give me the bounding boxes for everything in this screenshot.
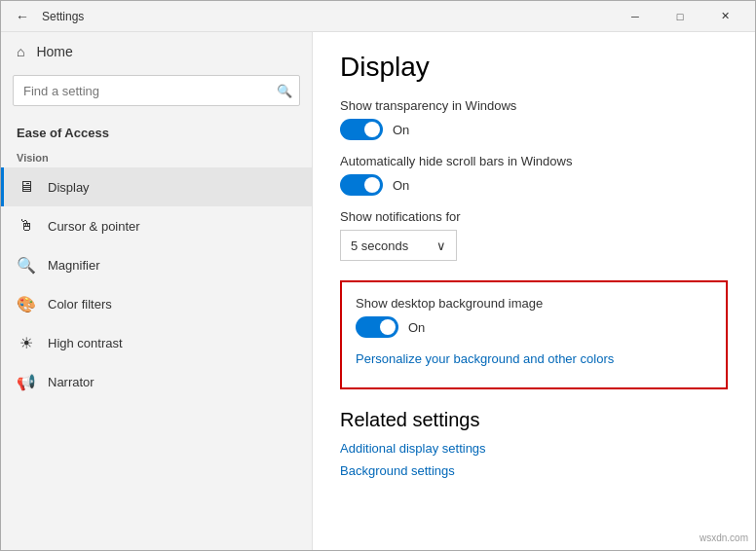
- sidebar-item-color-filters-label: Color filters: [48, 297, 112, 312]
- scrollbar-toggle-row: On: [340, 174, 728, 196]
- desktop-bg-toggle-label: On: [408, 320, 425, 335]
- home-icon: ⌂: [17, 44, 24, 59]
- sidebar-search-container: 🔍: [13, 75, 300, 106]
- notifications-value: 5 seconds: [351, 239, 408, 253]
- transparency-label: Show transparency in Windows: [340, 98, 728, 113]
- scrollbar-label: Automatically hide scroll bars in Window…: [340, 154, 728, 168]
- notifications-label: Show notifications for: [340, 209, 728, 224]
- transparency-toggle-label: On: [393, 123, 409, 137]
- titlebar: ← Settings ─ □ ✕: [1, 1, 755, 32]
- additional-display-link[interactable]: Additional display settings: [340, 441, 728, 456]
- search-icon[interactable]: 🔍: [277, 84, 292, 98]
- page-title: Display: [340, 52, 728, 83]
- scrollbar-toggle-label: On: [393, 178, 409, 193]
- sidebar-item-display-label: Display: [48, 180, 90, 195]
- sidebar-item-cursor[interactable]: 🖱 Cursor & pointer: [1, 206, 312, 245]
- transparency-toggle[interactable]: [340, 119, 383, 140]
- sidebar-item-magnifier-label: Magnifier: [48, 258, 99, 273]
- search-input[interactable]: [13, 75, 300, 106]
- background-settings-link[interactable]: Background settings: [340, 463, 728, 478]
- window-title: Settings: [42, 10, 613, 23]
- notifications-row: Show notifications for 5 seconds ∨: [340, 209, 728, 261]
- vision-section-title: Vision: [1, 144, 312, 167]
- window-controls: ─ □ ✕: [613, 1, 747, 32]
- desktop-bg-toggle-row: On: [356, 316, 712, 338]
- high-contrast-icon: ☀: [17, 333, 36, 352]
- watermark: wsxdn.com: [699, 533, 748, 543]
- maximize-button[interactable]: □: [658, 1, 702, 32]
- notifications-dropdown[interactable]: 5 seconds ∨: [340, 230, 457, 261]
- desktop-bg-toggle[interactable]: [356, 316, 398, 338]
- scrollbar-toggle[interactable]: [340, 174, 383, 196]
- sidebar-item-color-filters[interactable]: 🎨 Color filters: [1, 284, 312, 323]
- desktop-bg-label: Show desktop background image: [356, 296, 712, 311]
- minimize-button[interactable]: ─: [613, 1, 658, 32]
- display-icon: 🖥: [17, 177, 36, 197]
- sidebar-item-high-contrast-label: High contrast: [48, 336, 123, 350]
- main-layout: ⌂ Home 🔍 Ease of Access Vision 🖥 Display…: [1, 32, 755, 550]
- narrator-icon: 📢: [17, 372, 36, 391]
- personalize-link[interactable]: Personalize your background and other co…: [356, 351, 712, 366]
- chevron-down-icon: ∨: [436, 239, 446, 253]
- sidebar-item-narrator-label: Narrator: [48, 375, 94, 389]
- sidebar-home-label: Home: [36, 44, 72, 59]
- ease-of-access-title: Ease of Access: [1, 118, 312, 144]
- cursor-icon: 🖱: [17, 216, 36, 236]
- sidebar-item-high-contrast[interactable]: ☀ High contrast: [1, 323, 312, 362]
- content-area: Display Show transparency in Windows On …: [313, 32, 755, 550]
- sidebar-item-narrator[interactable]: 📢 Narrator: [1, 362, 312, 401]
- sidebar-item-display[interactable]: 🖥 Display: [1, 167, 312, 206]
- transparency-toggle-row: On: [340, 119, 728, 140]
- desktop-background-box: Show desktop background image On Persona…: [340, 280, 728, 389]
- sidebar-item-magnifier[interactable]: 🔍 Magnifier: [1, 245, 312, 284]
- sidebar-item-cursor-label: Cursor & pointer: [48, 219, 140, 234]
- sidebar-item-home[interactable]: ⌂ Home: [1, 32, 312, 71]
- back-button[interactable]: ←: [9, 3, 36, 30]
- close-button[interactable]: ✕: [702, 1, 747, 32]
- related-settings-title: Related settings: [340, 409, 728, 431]
- sidebar: ⌂ Home 🔍 Ease of Access Vision 🖥 Display…: [1, 32, 313, 550]
- color-filters-icon: 🎨: [17, 294, 36, 313]
- magnifier-icon: 🔍: [17, 255, 36, 275]
